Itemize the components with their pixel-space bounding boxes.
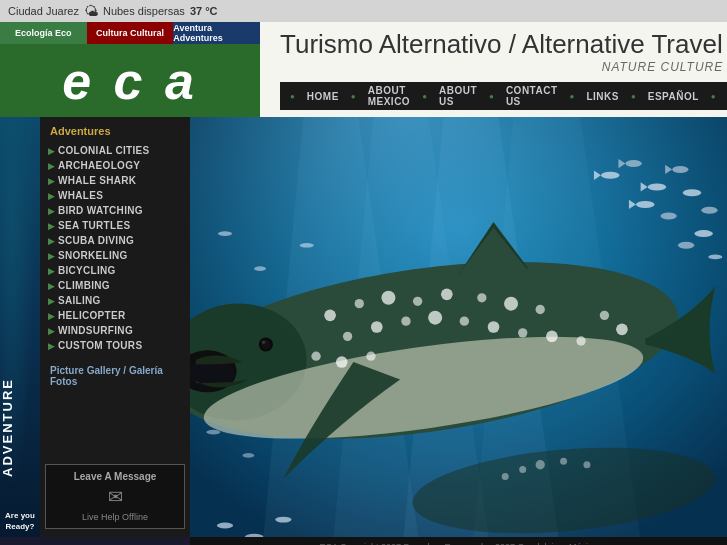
arrow-icon: ▶ (48, 341, 55, 351)
menu-label-archaeology: ARCHAEOLOGY (58, 160, 140, 171)
logo-area: Ecología Eco Cultura Cultural Aventura A… (0, 22, 260, 117)
menu-label-bird-watching: BIRD WATCHING (58, 205, 143, 216)
arrow-icon: ▶ (48, 281, 55, 291)
svg-point-67 (262, 340, 266, 344)
svg-point-39 (601, 172, 620, 179)
menu-item-sea-turtles[interactable]: ▶ SEA TURTLES (45, 218, 185, 233)
weather-bar: Ciudad Juarez 🌤 Nubes dispersas 37 °C (0, 0, 727, 22)
menu-item-bird-watching[interactable]: ▶ BIRD WATCHING (45, 203, 185, 218)
menu-label-whale-shark: WHALE SHARK (58, 175, 136, 186)
menu-label-windsurfing: WINDSURFING (58, 325, 133, 336)
svg-point-26 (546, 331, 558, 343)
menu-item-bicycling[interactable]: ▶ BICYCLING (45, 263, 185, 278)
whale-shark-image (190, 117, 727, 537)
weather-temp: 37 °C (190, 5, 218, 17)
menu-item-sailing[interactable]: ▶ SAILING (45, 293, 185, 308)
svg-point-12 (355, 299, 364, 308)
svg-point-55 (217, 523, 233, 529)
logo-tabs: Ecología Eco Cultura Cultural Aventura A… (0, 22, 260, 44)
logo-main: e c a (0, 44, 260, 117)
weather-condition: Nubes dispersas (103, 5, 185, 17)
menu-panel: Adventures ▶ COLONIAL CITIES ▶ ARCHAEOLO… (40, 117, 190, 537)
menu-label-colonial: COLONIAL CITIES (58, 145, 150, 156)
leave-message-title[interactable]: Leave A Message (52, 471, 178, 482)
main-image (190, 117, 727, 537)
email-icon: ✉ (52, 486, 178, 508)
site-subtitle: NATURE CULTURE ADVENTURE (280, 60, 727, 74)
nav-about-mexico[interactable]: ABOUT MEXICO (358, 81, 420, 111)
svg-point-38 (583, 461, 590, 468)
menu-item-archaeology[interactable]: ▶ ARCHAEOLOGY (45, 158, 185, 173)
svg-point-22 (428, 311, 442, 325)
arrow-icon: ▶ (48, 326, 55, 336)
svg-point-37 (560, 458, 567, 465)
nav-about-us[interactable]: ABOUT US (429, 81, 487, 111)
svg-point-63 (243, 453, 255, 458)
arrow-icon: ▶ (48, 251, 55, 261)
gallery-link[interactable]: Picture Gallery / Galería Fotos (45, 361, 185, 391)
nav-francais[interactable]: FRANCAIS (718, 87, 727, 106)
arrow-icon: ▶ (48, 236, 55, 246)
menu-label-helicopter: HELICOPTER (58, 310, 125, 321)
adventure-label: ADVENTURE (0, 378, 40, 477)
live-help-status: Live Help Offline (52, 512, 178, 522)
arrow-icon: ▶ (48, 176, 55, 186)
menu-item-windsurfing[interactable]: ▶ WINDSURFING (45, 323, 185, 338)
svg-point-50 (683, 189, 702, 196)
svg-point-15 (441, 288, 453, 300)
leave-message-box: Leave A Message ✉ Live Help Offline (45, 464, 185, 529)
svg-point-17 (504, 297, 518, 311)
svg-point-64 (206, 430, 220, 435)
nav-bar: ● HOME ● ABOUT MEXICO ● ABOUT US ● CONTA… (280, 82, 727, 110)
menu-item-scuba[interactable]: ▶ SCUBA DIVING (45, 233, 185, 248)
arrow-icon: ▶ (48, 296, 55, 306)
nav-contact[interactable]: CONTACT US (496, 81, 568, 111)
menu-item-whale-shark[interactable]: ▶ WHALE SHARK (45, 173, 185, 188)
logo-tab-eco[interactable]: Ecología Eco (0, 22, 87, 44)
menu-item-whales[interactable]: ▶ WHALES (45, 188, 185, 203)
arrow-icon: ▶ (48, 161, 55, 171)
logo-tab-cultural[interactable]: Cultura Cultural (87, 22, 174, 44)
svg-point-29 (336, 356, 348, 368)
svg-point-31 (600, 311, 609, 320)
menu-label-bicycling: BICYCLING (58, 265, 116, 276)
are-you-text: Are you (5, 511, 35, 520)
nav-dot: ● (290, 92, 295, 101)
header: Ecología Eco Cultura Cultural Aventura A… (0, 22, 727, 117)
menu-item-custom-tours[interactable]: ▶ CUSTOM TOURS (45, 338, 185, 353)
svg-point-14 (413, 297, 422, 306)
svg-point-47 (636, 201, 655, 208)
weather-city: Ciudad Juarez (8, 5, 79, 17)
menu-item-snorkeling[interactable]: ▶ SNORKELING (45, 248, 185, 263)
svg-point-27 (576, 336, 585, 345)
title-area: Turismo Alternativo / Alternative Travel… (260, 22, 727, 117)
svg-point-23 (460, 316, 469, 325)
menu-item-helicopter[interactable]: ▶ HELICOPTER (45, 308, 185, 323)
nav-dot: ● (631, 92, 636, 101)
svg-point-61 (254, 266, 266, 271)
svg-point-36 (536, 460, 545, 469)
svg-point-20 (371, 321, 383, 333)
menu-item-colonial[interactable]: ▶ COLONIAL CITIES (45, 143, 185, 158)
svg-point-43 (648, 183, 667, 190)
nav-dot: ● (422, 92, 427, 101)
svg-point-16 (477, 293, 486, 302)
menu-item-climbing[interactable]: ▶ CLIMBING (45, 278, 185, 293)
svg-point-19 (343, 332, 352, 341)
svg-point-53 (678, 242, 694, 249)
svg-point-41 (625, 160, 641, 167)
nav-links[interactable]: LINKS (576, 87, 629, 106)
svg-point-49 (660, 213, 676, 220)
nav-dot: ● (489, 92, 494, 101)
arrow-icon: ▶ (48, 221, 55, 231)
site-title: Turismo Alternativo / Alternative Travel (280, 29, 727, 60)
svg-point-25 (518, 328, 527, 337)
logo-letters: e c a (62, 51, 198, 111)
nav-dot: ● (351, 92, 356, 101)
nav-dot: ● (570, 92, 575, 101)
main-content: ADVENTURE Are you Ready? Adventures ▶ CO… (0, 117, 727, 537)
nav-espanol[interactable]: ESPAÑOL (638, 87, 709, 106)
logo-tab-adventure[interactable]: Aventura Adventures (173, 22, 260, 44)
nav-dot: ● (711, 92, 716, 101)
nav-home[interactable]: HOME (297, 87, 349, 106)
